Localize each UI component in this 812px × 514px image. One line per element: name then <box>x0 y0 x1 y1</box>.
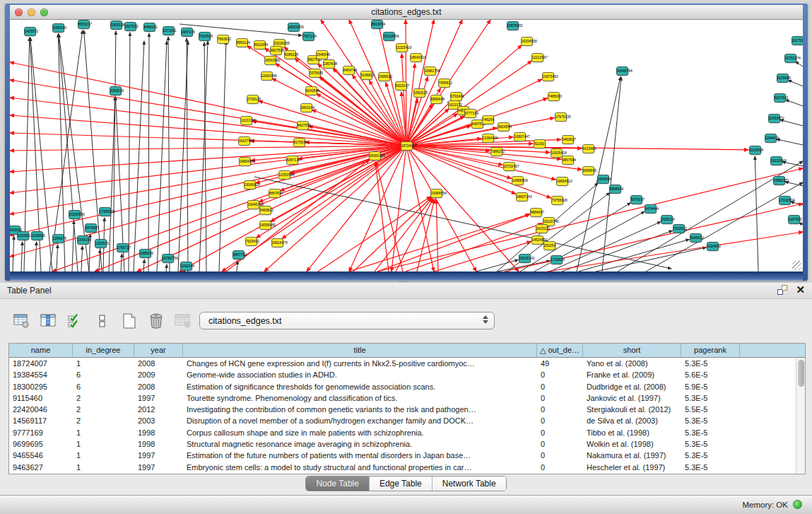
graph-node[interactable]: 1588520 <box>378 72 390 81</box>
table-row[interactable]: 1938455462009Genome-wide association stu… <box>9 369 805 380</box>
graph-node[interactable]: 1117534 <box>792 36 804 45</box>
graph-node[interactable]: 10046758 <box>247 200 259 209</box>
graph-node[interactable]: 15720407 <box>503 162 515 171</box>
table-selector-dropdown[interactable]: citations_edges.txt <box>199 312 495 329</box>
table-cell[interactable] <box>740 462 797 473</box>
graph-node[interactable]: 9777169 <box>464 109 476 118</box>
table-cell[interactable]: 1 <box>73 450 134 461</box>
table-cell[interactable]: Genome-wide association studies in ADHD. <box>183 369 537 380</box>
float-panel-icon[interactable] <box>777 285 787 295</box>
graph-node[interactable]: 21364436 <box>482 134 494 143</box>
graph-node[interactable]: 1546546 <box>316 50 328 59</box>
graph-node[interactable]: 10653287 <box>110 21 122 30</box>
window-resize-grip[interactable] <box>792 261 801 270</box>
graph-node[interactable]: 15751074 <box>784 54 796 63</box>
graph-node[interactable]: 8215958 <box>749 146 761 155</box>
column-header[interactable]: title <box>183 344 537 357</box>
graph-node[interactable]: 1244419 <box>765 134 777 143</box>
table-cell[interactable]: 0 <box>537 450 583 461</box>
table-cell[interactable] <box>740 358 797 369</box>
graph-node[interactable]: 9242844 <box>305 86 317 95</box>
table-cell[interactable]: 2009 <box>134 369 183 380</box>
table-cell[interactable]: 0 <box>537 415 583 426</box>
graph-node[interactable]: 1615132 <box>536 224 548 233</box>
graph-node[interactable]: 8533217 <box>78 20 90 29</box>
graph-node[interactable]: 20876682 <box>507 21 519 30</box>
table-cell[interactable]: Tibbo et al. (1998) <box>583 427 681 438</box>
table-cell[interactable]: 2003 <box>134 415 183 426</box>
table-cell[interactable]: 5.9E-5 <box>681 381 740 392</box>
table-row[interactable]: 1830029562008Estimation of significance … <box>9 381 805 392</box>
graph-node[interactable]: 9884067 <box>530 208 542 217</box>
table-cell[interactable]: 1 <box>73 438 134 450</box>
graph-node[interactable]: 1562615 <box>413 88 425 98</box>
table-cell[interactable]: 1998 <box>134 427 183 438</box>
graph-node[interactable]: 1156829 <box>31 231 43 240</box>
table-cell[interactable] <box>740 381 797 392</box>
table-cell[interactable]: 1998 <box>134 438 183 450</box>
table-cell[interactable]: Dudbridge et al. (2008) <box>583 381 681 392</box>
table-cell[interactable]: 1997 <box>134 392 183 404</box>
table-cell[interactable] <box>740 415 797 426</box>
table-cell[interactable]: 5.5E-5 <box>681 404 740 415</box>
graph-node[interactable]: 7986372 <box>490 147 502 156</box>
table-cell[interactable]: 9699695 <box>9 438 73 450</box>
table-cell[interactable]: 2008 <box>134 381 183 392</box>
graph-node[interactable]: 16648784 <box>616 66 628 76</box>
table-cell[interactable]: 0 <box>537 404 583 415</box>
column-header[interactable]: in_degree <box>73 344 134 357</box>
table-cell[interactable] <box>740 427 797 438</box>
table-cell[interactable]: 5.3E-5 <box>681 392 740 404</box>
column-visibility-icon[interactable] <box>38 310 59 332</box>
table-cell[interactable]: 1 <box>73 462 134 473</box>
table-cell[interactable]: 22420046 <box>9 404 73 415</box>
column-header[interactable]: △ out_de… <box>537 344 583 357</box>
graph-node[interactable]: 16914479 <box>271 238 283 247</box>
graph-node[interactable]: 16961758 <box>424 66 436 76</box>
new-column-icon[interactable] <box>119 310 140 332</box>
graph-node[interactable]: 6497568 <box>471 119 483 129</box>
graph-node[interactable]: 1024502 <box>707 242 719 251</box>
delete-column-icon[interactable] <box>146 310 167 332</box>
table-cell[interactable]: Wolkin et al. (1998) <box>583 438 681 450</box>
column-header[interactable]: year <box>134 344 183 357</box>
node-table[interactable]: namein_degreeyeartitle△ out_de…shortpage… <box>8 343 806 474</box>
table-cell[interactable]: Estimation of significance thresholds fo… <box>183 381 537 392</box>
table-row[interactable]: 969969511998Structural magnetic resonanc… <box>9 438 805 450</box>
table-cell[interactable]: 5.3E-5 <box>681 358 740 369</box>
graph-node[interactable]: 7485063 <box>548 92 560 101</box>
graph-node[interactable]: 8454749 <box>343 66 355 75</box>
table-cell[interactable]: 18300295 <box>9 381 73 392</box>
network-canvas[interactable]: 1405572206914085332171065328715270026466… <box>10 20 803 271</box>
graph-node[interactable]: 3824554 <box>498 122 510 132</box>
table-cell[interactable]: Disruption of a novel member of a sodium… <box>183 415 537 426</box>
graph-node[interactable]: 19166829 <box>244 180 256 189</box>
column-header[interactable] <box>740 344 797 357</box>
graph-node[interactable]: 9115460 <box>582 144 594 153</box>
graph-node[interactable]: 17016504 <box>779 196 791 205</box>
graph-node[interactable]: 15218506 <box>383 32 395 41</box>
row-selection-icon[interactable] <box>65 310 86 332</box>
graph-node[interactable]: 14524851 <box>531 235 543 245</box>
graph-node[interactable]: 8912954 <box>254 40 266 49</box>
table-cell[interactable]: Stergiakouli et al. (2012) <box>583 404 681 415</box>
table-row[interactable]: 1456911722003Disruption of a novel membe… <box>9 415 805 426</box>
graph-node[interactable]: 9857791 <box>233 250 245 259</box>
graph-node[interactable]: 9975887 <box>85 223 97 233</box>
table-cell[interactable]: Corpus callosum shape and size in male p… <box>183 427 537 438</box>
table-cell[interactable]: 2008 <box>134 358 183 369</box>
graph-node[interactable]: 18107554 <box>238 136 250 146</box>
table-cell[interactable]: 6 <box>73 369 134 380</box>
delete-table-icon[interactable] <box>172 310 194 332</box>
graph-node[interactable]: 1294275 <box>52 234 64 243</box>
table-cell[interactable]: 9115460 <box>9 392 73 404</box>
graph-node[interactable]: 9463627 <box>562 135 574 144</box>
table-row[interactable]: 977716911998Corpus callosum shape and si… <box>9 427 805 438</box>
table-cell[interactable]: 19384554 <box>9 369 73 380</box>
table-cell[interactable] <box>740 450 797 461</box>
graph-node[interactable]: 12213389 <box>240 116 252 125</box>
graph-node[interactable]: 2718126 <box>247 95 259 104</box>
table-row[interactable]: 911546021997Tourette syndrome. Phenomeno… <box>9 392 805 404</box>
table-cell[interactable]: 6 <box>73 381 134 392</box>
graph-node[interactable]: 7663822 <box>217 35 229 44</box>
